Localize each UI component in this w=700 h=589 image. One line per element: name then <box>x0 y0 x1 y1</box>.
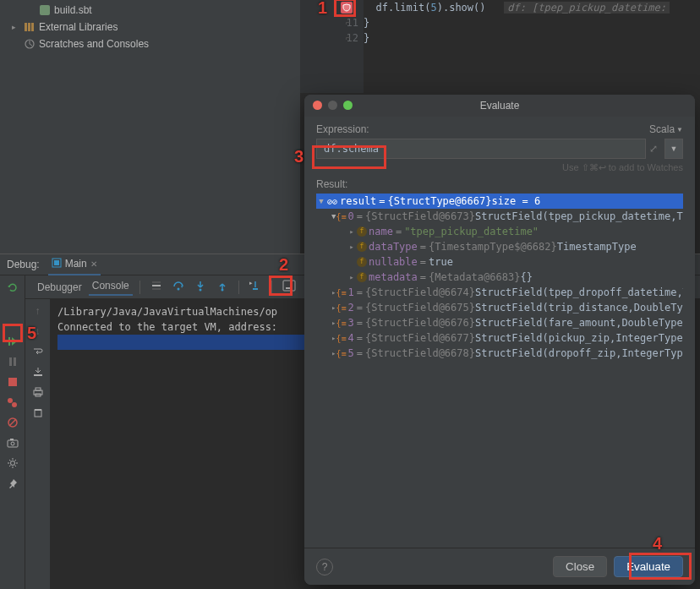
callout-number: 2 <box>279 255 288 275</box>
fold-end-icon[interactable]: ⌐ <box>340 30 357 46</box>
code-area[interactable]: df.limit(5).show() df: [tpep_pickup_date… <box>364 0 700 46</box>
callout-number: 3 <box>294 147 304 166</box>
history-dropdown[interactable]: ▼ <box>664 139 683 159</box>
svg-rect-39 <box>253 288 258 290</box>
settings-icon[interactable] <box>6 456 19 470</box>
tree-node[interactable]: ▸{≡2 = {StructField@6675} StructField(tr… <box>316 300 683 315</box>
run-to-cursor-icon[interactable]: ▸ <box>246 278 265 296</box>
step-over-icon[interactable] <box>169 278 188 296</box>
equals: = <box>379 195 385 207</box>
equals: = <box>357 317 363 329</box>
expand-icon[interactable]: ⤢ <box>649 143 661 155</box>
tree-node[interactable]: ▼⊘⊘result = {StructType@6667} size = 6 <box>316 194 683 209</box>
node-value: true <box>429 256 453 268</box>
node-value: StructField(trip_distance,DoubleType,tr <box>475 302 683 314</box>
tree-item-build-sbt[interactable]: build.sbt <box>0 2 300 19</box>
rerun-icon[interactable] <box>6 281 19 294</box>
help-button[interactable]: ? <box>316 559 333 575</box>
evaluate-button[interactable]: Evaluate <box>614 556 683 577</box>
chevron-down-icon[interactable]: ▼ <box>316 197 326 205</box>
separator <box>238 281 239 294</box>
svg-rect-17 <box>10 439 14 440</box>
chevron-right-icon[interactable]: ▸ <box>347 227 357 236</box>
evaluate-dialog: Evaluate Expression: Scala ▼ ⤢ ▼ Use ⇧⌘↩… <box>304 95 695 585</box>
tree-node[interactable]: ▸fmetadata = {Metadata@6683} {} <box>316 270 683 285</box>
equals: = <box>357 302 363 314</box>
node-name: 5 <box>347 347 353 359</box>
tree-node[interactable]: ▸fdataType = {TimestampType$@6682} Times… <box>316 239 683 254</box>
mute-breakpoints-icon[interactable] <box>6 416 19 429</box>
code-line[interactable]: } <box>364 30 700 46</box>
tree-node[interactable]: ▼{≡0 = {StructField@6673} StructField(tp… <box>316 209 683 224</box>
stop-icon[interactable] <box>6 375 19 389</box>
node-value: {} <box>520 271 532 283</box>
debugger-tab[interactable]: Debugger <box>34 280 85 295</box>
callout-number: 1 <box>318 0 327 18</box>
svg-point-37 <box>199 289 201 292</box>
expression-input[interactable] <box>316 139 646 159</box>
resume-icon[interactable] <box>6 335 19 348</box>
up-icon[interactable]: ↑ <box>31 304 45 318</box>
close-icon[interactable]: ✕ <box>90 259 97 269</box>
separator <box>139 281 140 294</box>
equals: = <box>420 241 426 253</box>
view-breakpoints-icon[interactable] <box>6 395 19 409</box>
evaluate-expression-icon[interactable] <box>279 278 299 296</box>
chevron-right-icon[interactable]: ▸ <box>347 243 357 251</box>
node-name: nullable <box>369 256 418 268</box>
clear-icon[interactable] <box>31 406 45 419</box>
node-value: StructField(pickup_zip,IntegerType,true) <box>475 332 683 344</box>
chevron-right-icon[interactable]: ▸ <box>347 273 357 281</box>
equals: = <box>357 286 363 298</box>
tree-node[interactable]: fnullable = true <box>316 254 683 270</box>
field-icon: f <box>357 257 367 267</box>
node-type: {StructField@6674} <box>365 286 475 298</box>
window-controls[interactable] <box>313 101 353 110</box>
close-button[interactable]: Close <box>553 556 607 577</box>
node-value: TimestampType <box>557 241 637 253</box>
softwrap-icon[interactable] <box>31 345 45 358</box>
code-editor[interactable]: 11 12 ⌐ ⌐ df.limit(5).show() df: [tpep_p… <box>300 0 700 93</box>
minimize-window-icon[interactable] <box>328 101 337 110</box>
svg-rect-7 <box>8 337 10 346</box>
close-window-icon[interactable] <box>313 101 322 110</box>
tree-node[interactable]: ▸{≡3 = {StructField@6676} StructField(fa… <box>316 315 683 330</box>
show-exec-icon[interactable] <box>147 278 166 296</box>
tree-item-scratches[interactable]: Scratches and Consoles <box>0 35 300 52</box>
code-line[interactable]: df.limit(5).show() df: [tpep_pickup_date… <box>364 0 700 15</box>
scroll-end-icon[interactable] <box>31 365 45 379</box>
dialog-titlebar[interactable]: Evaluate <box>304 95 695 117</box>
dialog-title: Evaluate <box>480 100 520 112</box>
node-name: 3 <box>347 317 353 329</box>
debug-run-tab[interactable]: Main ✕ <box>48 254 101 275</box>
fold-end-icon[interactable]: ⌐ <box>340 15 357 30</box>
tree-node[interactable]: ▸{≡4 = {StructField@6677} StructField(pi… <box>316 330 683 346</box>
pause-icon[interactable] <box>6 355 19 368</box>
step-out-icon[interactable] <box>213 278 232 296</box>
tree-node[interactable]: ▸fname = "tpep_pickup_datetime" <box>316 224 683 239</box>
equals: = <box>357 210 363 222</box>
print-icon[interactable] <box>31 385 45 399</box>
svg-line-26 <box>14 460 16 461</box>
tree-node[interactable]: ▸{≡1 = {StructField@6674} StructField(tp… <box>316 285 683 300</box>
camera-icon[interactable] <box>6 436 19 450</box>
language-selector[interactable]: Scala ▼ <box>649 123 683 135</box>
tree-node[interactable]: ▸{≡5 = {StructField@6678} StructField(dr… <box>316 346 683 361</box>
node-value: StructField(tpep_dropoff_datetime,Time <box>475 286 683 298</box>
debug-actions-column <box>0 275 25 589</box>
console-tab[interactable]: Console <box>89 278 133 296</box>
debug-tab-label: Main <box>65 258 87 270</box>
zoom-window-icon[interactable] <box>343 101 353 110</box>
chevron-down-icon: ▼ <box>676 126 683 134</box>
shortcut-hint: Use ⇧⌘↩ to add to Watches <box>304 159 695 178</box>
pin-icon[interactable] <box>6 477 19 490</box>
object-icon: {≡ <box>336 318 346 328</box>
step-into-icon[interactable] <box>191 278 210 296</box>
svg-point-16 <box>11 442 14 445</box>
callout-number: 4 <box>653 534 662 554</box>
separator <box>271 281 272 294</box>
code-line[interactable]: } <box>364 15 700 30</box>
result-tree[interactable]: ▼⊘⊘result = {StructType@6667} size = 6▼{… <box>316 194 683 548</box>
node-type: {StructType@6667} <box>388 195 492 207</box>
tree-item-external-libraries[interactable]: ▸ External Libraries <box>0 19 300 35</box>
